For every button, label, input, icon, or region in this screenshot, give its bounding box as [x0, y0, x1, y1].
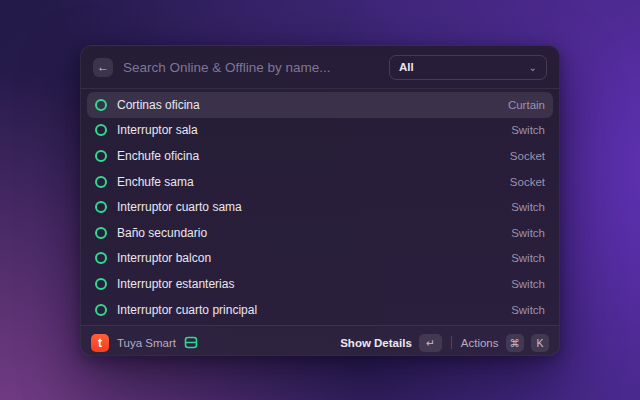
- list-item-accessory: Curtain: [508, 99, 545, 111]
- device-status-icon: [95, 99, 107, 111]
- device-status-icon: [95, 252, 107, 264]
- device-status-icon: [95, 201, 107, 213]
- list-item-title: Interruptor cuarto sama: [117, 200, 242, 214]
- list-item[interactable]: Interruptor cuarto sama Switch: [87, 194, 553, 220]
- device-status-icon: [95, 150, 107, 162]
- footer-bar: t Tuya Smart Show Details ↵ Actions ⌘ K: [81, 325, 559, 356]
- filter-selected-value: All: [399, 61, 414, 73]
- list-item-title: Interruptor estanterias: [117, 277, 234, 291]
- list-item[interactable]: Interruptor balcon Switch: [87, 246, 553, 272]
- launcher-window: ← All ⌄ Cortinas oficina Curtain Interru…: [80, 45, 560, 356]
- tuya-logo-icon: t: [91, 334, 109, 352]
- k-key-icon: K: [531, 334, 549, 352]
- search-input[interactable]: [123, 60, 389, 75]
- device-status-icon: [95, 304, 107, 316]
- return-key-icon: ↵: [419, 334, 442, 352]
- actions-button[interactable]: Actions: [461, 337, 499, 349]
- list-item[interactable]: Enchufe oficina Socket: [87, 143, 553, 169]
- device-status-icon: [95, 227, 107, 239]
- search-header: ← All ⌄: [81, 46, 559, 89]
- list-item-accessory: Socket: [510, 176, 545, 188]
- device-list: Cortinas oficina Curtain Interruptor sal…: [81, 89, 559, 325]
- list-item-title: Cortinas oficina: [117, 98, 200, 112]
- list-item[interactable]: Baño secundario Switch: [87, 220, 553, 246]
- chevron-down-icon: ⌄: [529, 62, 537, 73]
- tuya-logo-letter: t: [98, 336, 102, 350]
- back-arrow-icon: ←: [97, 60, 109, 74]
- show-details-button[interactable]: Show Details: [340, 337, 412, 349]
- list-item[interactable]: Cortinas oficina Curtain: [87, 92, 553, 118]
- device-status-icon: [95, 176, 107, 188]
- list-item-title: Enchufe oficina: [117, 149, 199, 163]
- list-item-accessory: Switch: [511, 124, 545, 136]
- device-status-icon: [95, 278, 107, 290]
- list-item[interactable]: Interruptor cuarto principal Switch: [87, 297, 553, 323]
- device-socket-icon: [184, 336, 198, 349]
- list-item-accessory: Socket: [510, 150, 545, 162]
- list-item[interactable]: Interruptor estanterias Switch: [87, 271, 553, 297]
- list-item-title: Baño secundario: [117, 226, 207, 240]
- list-item-title: Interruptor cuarto principal: [117, 303, 257, 317]
- list-item-accessory: Switch: [511, 227, 545, 239]
- list-item-accessory: Switch: [511, 201, 545, 213]
- footer-app-name: Tuya Smart: [117, 337, 176, 349]
- list-item-accessory: Switch: [511, 304, 545, 316]
- list-item-title: Interruptor balcon: [117, 251, 211, 265]
- list-item[interactable]: Enchufe sama Socket: [87, 169, 553, 195]
- list-item-accessory: Switch: [511, 252, 545, 264]
- footer-divider: [451, 336, 452, 349]
- back-button[interactable]: ←: [93, 58, 113, 77]
- list-item-title: Interruptor sala: [117, 123, 198, 137]
- list-item[interactable]: Interruptor sala Switch: [87, 118, 553, 144]
- list-item-title: Enchufe sama: [117, 175, 194, 189]
- command-key-icon: ⌘: [506, 334, 525, 352]
- filter-dropdown[interactable]: All ⌄: [389, 55, 547, 80]
- list-item-accessory: Switch: [511, 278, 545, 290]
- device-status-icon: [95, 124, 107, 136]
